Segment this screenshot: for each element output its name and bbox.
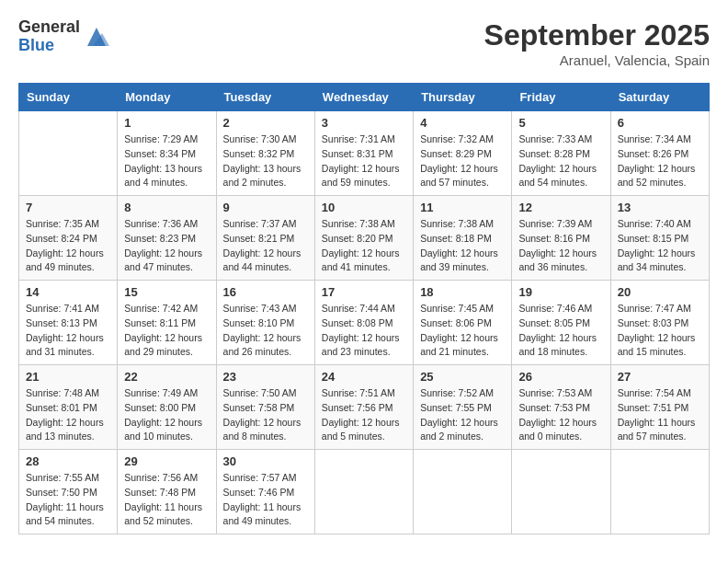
weekday-header-sunday: Sunday (19, 84, 118, 111)
week-row-3: 14Sunrise: 7:41 AMSunset: 8:13 PMDayligh… (19, 281, 710, 365)
cell-info: Sunrise: 7:41 AMSunset: 8:13 PMDaylight:… (26, 302, 110, 360)
calendar-cell: 6Sunrise: 7:34 AMSunset: 8:26 PMDaylight… (610, 111, 709, 196)
weekday-header-monday: Monday (118, 84, 216, 111)
cell-info: Sunrise: 7:51 AMSunset: 7:56 PMDaylight:… (322, 386, 406, 444)
calendar-cell: 15Sunrise: 7:42 AMSunset: 8:11 PMDayligh… (118, 281, 216, 365)
calendar-cell: 3Sunrise: 7:31 AMSunset: 8:31 PMDaylight… (314, 111, 413, 196)
cell-info: Sunrise: 7:54 AMSunset: 7:51 PMDaylight:… (618, 386, 702, 444)
day-number: 6 (618, 116, 702, 130)
week-row-4: 21Sunrise: 7:48 AMSunset: 8:01 PMDayligh… (19, 365, 710, 450)
calendar-cell: 24Sunrise: 7:51 AMSunset: 7:56 PMDayligh… (314, 365, 413, 450)
calendar-cell: 2Sunrise: 7:30 AMSunset: 8:32 PMDaylight… (216, 111, 314, 196)
calendar-cell: 30Sunrise: 7:57 AMSunset: 7:46 PMDayligh… (216, 450, 314, 534)
day-number: 11 (420, 201, 505, 214)
day-number: 18 (420, 285, 505, 299)
cell-info: Sunrise: 7:46 AMSunset: 8:05 PMDaylight:… (518, 302, 603, 360)
calendar-cell: 9Sunrise: 7:37 AMSunset: 8:21 PMDaylight… (216, 196, 314, 281)
cell-info: Sunrise: 7:50 AMSunset: 7:58 PMDaylight:… (223, 386, 308, 444)
day-number: 27 (618, 370, 702, 384)
month-title: September 2025 (484, 18, 710, 52)
calendar-cell: 8Sunrise: 7:36 AMSunset: 8:23 PMDaylight… (118, 196, 216, 281)
calendar-cell: 20Sunrise: 7:47 AMSunset: 8:03 PMDayligh… (610, 281, 709, 365)
day-number: 23 (223, 370, 308, 384)
day-number: 10 (322, 201, 406, 214)
cell-info: Sunrise: 7:39 AMSunset: 8:16 PMDaylight:… (518, 217, 603, 275)
location: Aranuel, Valencia, Spain (484, 52, 710, 68)
weekday-header-row: SundayMondayTuesdayWednesdayThursdayFrid… (19, 84, 710, 111)
day-number: 21 (26, 370, 110, 384)
weekday-header-saturday: Saturday (610, 84, 709, 111)
calendar-cell: 22Sunrise: 7:49 AMSunset: 8:00 PMDayligh… (118, 365, 216, 450)
day-number: 19 (518, 285, 603, 299)
day-number: 30 (223, 454, 308, 468)
day-number: 20 (618, 285, 702, 299)
day-number: 25 (420, 370, 505, 384)
cell-info: Sunrise: 7:37 AMSunset: 8:21 PMDaylight:… (223, 217, 308, 275)
logo-blue-text: Blue (18, 37, 80, 55)
cell-info: Sunrise: 7:49 AMSunset: 8:00 PMDaylight:… (124, 386, 209, 444)
day-number: 2 (223, 116, 308, 130)
calendar-cell: 10Sunrise: 7:38 AMSunset: 8:20 PMDayligh… (314, 196, 413, 281)
day-number: 15 (124, 285, 209, 299)
day-number: 24 (322, 370, 406, 384)
calendar-cell: 1Sunrise: 7:29 AMSunset: 8:34 PMDaylight… (118, 111, 216, 196)
cell-info: Sunrise: 7:30 AMSunset: 8:32 PMDaylight:… (223, 132, 308, 190)
day-number: 29 (124, 454, 209, 468)
calendar-cell: 11Sunrise: 7:38 AMSunset: 8:18 PMDayligh… (414, 196, 512, 281)
calendar-cell: 14Sunrise: 7:41 AMSunset: 8:13 PMDayligh… (19, 281, 118, 365)
cell-info: Sunrise: 7:36 AMSunset: 8:23 PMDaylight:… (124, 217, 209, 275)
calendar-cell: 21Sunrise: 7:48 AMSunset: 8:01 PMDayligh… (19, 365, 118, 450)
calendar-cell: 16Sunrise: 7:43 AMSunset: 8:10 PMDayligh… (216, 281, 314, 365)
logo-general-text: General (18, 18, 80, 37)
day-number: 22 (124, 370, 209, 384)
cell-info: Sunrise: 7:56 AMSunset: 7:48 PMDaylight:… (124, 471, 209, 529)
cell-info: Sunrise: 7:48 AMSunset: 8:01 PMDaylight:… (26, 386, 110, 444)
day-number: 28 (26, 454, 110, 468)
calendar-cell: 29Sunrise: 7:56 AMSunset: 7:48 PMDayligh… (118, 450, 216, 534)
day-number: 5 (518, 116, 603, 130)
calendar-cell (19, 111, 118, 196)
calendar: SundayMondayTuesdayWednesdayThursdayFrid… (18, 83, 710, 534)
calendar-cell: 27Sunrise: 7:54 AMSunset: 7:51 PMDayligh… (610, 365, 709, 450)
calendar-cell (512, 450, 610, 534)
cell-info: Sunrise: 7:42 AMSunset: 8:11 PMDaylight:… (124, 302, 209, 360)
weekday-header-thursday: Thursday (414, 84, 512, 111)
cell-info: Sunrise: 7:40 AMSunset: 8:15 PMDaylight:… (618, 217, 702, 275)
cell-info: Sunrise: 7:35 AMSunset: 8:24 PMDaylight:… (26, 217, 110, 275)
cell-info: Sunrise: 7:34 AMSunset: 8:26 PMDaylight:… (618, 132, 702, 190)
cell-info: Sunrise: 7:38 AMSunset: 8:20 PMDaylight:… (322, 217, 406, 275)
title-block: September 2025 Aranuel, Valencia, Spain (484, 18, 710, 68)
calendar-cell: 17Sunrise: 7:44 AMSunset: 8:08 PMDayligh… (314, 281, 413, 365)
calendar-cell: 5Sunrise: 7:33 AMSunset: 8:28 PMDaylight… (512, 111, 610, 196)
cell-info: Sunrise: 7:55 AMSunset: 7:50 PMDaylight:… (26, 471, 110, 529)
cell-info: Sunrise: 7:45 AMSunset: 8:06 PMDaylight:… (420, 302, 505, 360)
day-number: 9 (223, 201, 308, 214)
calendar-cell: 18Sunrise: 7:45 AMSunset: 8:06 PMDayligh… (414, 281, 512, 365)
calendar-cell: 26Sunrise: 7:53 AMSunset: 7:53 PMDayligh… (512, 365, 610, 450)
calendar-cell: 19Sunrise: 7:46 AMSunset: 8:05 PMDayligh… (512, 281, 610, 365)
logo-icon (84, 24, 109, 50)
weekday-header-wednesday: Wednesday (314, 84, 413, 111)
week-row-1: 1Sunrise: 7:29 AMSunset: 8:34 PMDaylight… (19, 111, 710, 196)
day-number: 13 (618, 201, 702, 214)
week-row-5: 28Sunrise: 7:55 AMSunset: 7:50 PMDayligh… (19, 450, 710, 534)
calendar-cell (314, 450, 413, 534)
day-number: 7 (26, 201, 110, 214)
cell-info: Sunrise: 7:32 AMSunset: 8:29 PMDaylight:… (420, 132, 505, 190)
cell-info: Sunrise: 7:52 AMSunset: 7:55 PMDaylight:… (420, 386, 505, 444)
day-number: 8 (124, 201, 209, 214)
cell-info: Sunrise: 7:31 AMSunset: 8:31 PMDaylight:… (322, 132, 406, 190)
weekday-header-friday: Friday (512, 84, 610, 111)
calendar-cell: 23Sunrise: 7:50 AMSunset: 7:58 PMDayligh… (216, 365, 314, 450)
calendar-cell (610, 450, 709, 534)
week-row-2: 7Sunrise: 7:35 AMSunset: 8:24 PMDaylight… (19, 196, 710, 281)
header: General Blue September 2025 Aranuel, Val… (18, 18, 710, 68)
calendar-cell: 28Sunrise: 7:55 AMSunset: 7:50 PMDayligh… (19, 450, 118, 534)
calendar-cell: 4Sunrise: 7:32 AMSunset: 8:29 PMDaylight… (414, 111, 512, 196)
day-number: 3 (322, 116, 406, 130)
cell-info: Sunrise: 7:29 AMSunset: 8:34 PMDaylight:… (124, 132, 209, 190)
day-number: 1 (124, 116, 209, 130)
cell-info: Sunrise: 7:38 AMSunset: 8:18 PMDaylight:… (420, 217, 505, 275)
cell-info: Sunrise: 7:47 AMSunset: 8:03 PMDaylight:… (618, 302, 702, 360)
calendar-cell: 25Sunrise: 7:52 AMSunset: 7:55 PMDayligh… (414, 365, 512, 450)
